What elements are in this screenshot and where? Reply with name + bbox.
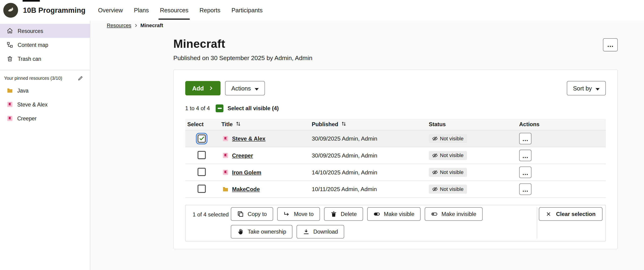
tab-overview[interactable]: Overview [92,0,128,21]
folder-icon [222,186,229,192]
top-bar: 10B Programming Overview Plans Resources… [0,0,644,21]
eye-off-icon [432,186,438,192]
pinned-item-creeper[interactable]: Creeper [0,111,90,125]
sort-by-button[interactable]: Sort by [567,81,606,95]
published-line: Published on 30 September 2025 by Admin,… [173,54,312,61]
select-all-label: Select all visible (4) [228,105,279,112]
toggle-off-icon [431,211,438,218]
learning-path-icon [222,152,229,159]
logo-icon [6,6,15,15]
range-text: 1 to 4 of 4 [185,105,210,112]
resource-link[interactable]: MakeCode [232,186,260,192]
course-title: 10B Programming [23,6,86,15]
eye-off-icon [432,169,438,175]
row-checkbox[interactable] [198,184,206,192]
delete-button[interactable]: Delete [324,207,363,221]
select-all-checkbox[interactable] [216,104,224,112]
column-actions: Actions [519,121,606,128]
sidebar-item-trash-can[interactable]: Trash can [0,52,90,66]
copy-to-button[interactable]: Copy to [231,207,273,221]
add-button[interactable]: Add [185,81,221,95]
pinned-item-java[interactable]: Java [0,84,90,97]
row-checkbox[interactable] [198,134,206,142]
folder-icon [6,87,13,94]
resource-link[interactable]: Creeper [232,152,253,159]
caret-down-icon [254,85,259,91]
tab-participants[interactable]: Participants [226,0,268,21]
published-cell: 30/09/2025 Admin, Admin [312,135,429,142]
row-actions-button[interactable]: … [519,167,532,178]
breadcrumb-resources-link[interactable]: Resources [107,23,131,29]
page-title: Minecraft [173,37,312,51]
resource-link[interactable]: Iron Golem [232,169,261,176]
row-actions-button[interactable]: … [519,183,532,195]
tab-plans[interactable]: Plans [128,0,154,21]
chevron-right-icon [208,86,214,91]
row-actions-button[interactable]: … [519,133,532,145]
row-checkbox[interactable] [198,167,206,176]
resources-table: Select Title Published Status Actions [185,119,606,198]
take-ownership-button[interactable]: Take ownership [231,225,292,239]
download-button[interactable]: Download [296,225,344,239]
resources-panel: Add Actions Sort by 1 to 4 of 4 [173,70,618,249]
published-cell: 10/11/2025 Admin, Admin [312,186,429,192]
sidebar-item-content-map[interactable]: Content map [0,38,90,52]
make-invisible-button[interactable]: Make invisible [424,207,482,221]
breadcrumb-current: Minecraft [140,23,163,29]
pinned-resources-header: Your pinned resources (3/10) [0,72,90,84]
eye-off-icon [432,136,438,141]
home-icon [6,28,13,34]
ellipsis-icon: … [522,152,528,159]
app-window: 10B Programming Overview Plans Resources… [0,0,644,270]
sidebar-item-resources[interactable]: Resources [0,24,90,38]
row-actions-button[interactable]: … [519,150,532,161]
top-navigation: Overview Plans Resources Reports Partici… [92,0,268,21]
edit-pencil-icon[interactable] [78,75,84,81]
page-options-button[interactable]: … [603,38,618,52]
make-visible-button[interactable]: Make visible [367,207,420,221]
sort-icon [341,121,346,128]
learning-path-icon [222,135,229,142]
sort-icon [235,121,241,128]
clear-selection-button[interactable]: Clear selection [539,207,602,221]
selection-summary-row: 1 to 4 of 4 Select all visible (4) [185,104,606,112]
content-map-icon [6,42,13,48]
move-to-button[interactable]: Move to [277,207,320,221]
column-published[interactable]: Published [312,121,429,128]
status-badge: Not visible [429,185,467,194]
ellipsis-icon: … [522,135,528,142]
actions-button[interactable]: Actions [225,81,265,95]
pinned-item-steve-alex[interactable]: Steve & Alex [0,97,90,111]
ellipsis-icon: … [522,169,528,176]
tab-reports[interactable]: Reports [194,0,226,21]
move-arrow-icon [283,211,290,218]
table-row: Steve & Alex 30/09/2025 Admin, Admin Not… [185,130,606,147]
bulk-buttons: Copy to Move to Delete Make visible [231,207,537,239]
app-logo[interactable] [3,3,18,18]
main-content: Resources Minecraft Minecraft Published … [90,21,644,270]
row-checkbox[interactable] [198,151,206,159]
tab-resources[interactable]: Resources [154,0,194,21]
column-title[interactable]: Title [222,121,312,128]
learning-path-icon [6,115,13,122]
ellipsis-icon: … [607,41,614,49]
indeterminate-mark-icon [218,108,222,109]
trash-icon [6,56,13,62]
bulk-action-bar: 1 of 4 selected Copy to Move to Delet [185,205,606,241]
page-title-block: Minecraft Published on 30 September 2025… [173,37,312,61]
sidebar-divider [0,70,90,70]
eye-off-icon [432,153,438,158]
bulk-bar-right: Clear selection [537,207,602,239]
column-select: Select [185,121,222,128]
close-icon [546,211,551,217]
table-header-row: Select Title Published Status Actions [185,119,606,130]
selected-count-text: 1 of 4 selected [193,207,231,239]
table-row: Iron Golem 14/10/2025 Admin, Admin Not v… [185,164,606,181]
published-cell: 14/10/2025 Admin, Admin [312,169,429,176]
download-icon [302,228,310,235]
ellipsis-icon: … [522,186,528,193]
resource-link[interactable]: Steve & Alex [232,135,266,142]
learning-path-icon [6,101,13,108]
caret-down-icon [596,85,600,91]
chevron-right-icon [134,24,138,28]
